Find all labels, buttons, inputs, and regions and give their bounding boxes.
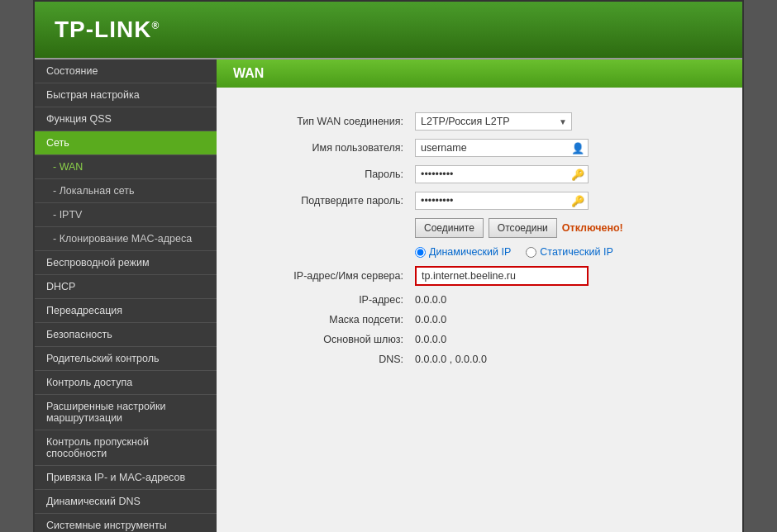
sidebar-item[interactable]: Безопасность [35, 323, 217, 347]
sidebar-item[interactable]: Привязка IP- и MAC-адресов [35, 466, 217, 490]
dns-value: 0.0.0.0 , 0.0.0.0 [415, 354, 487, 365]
dns-control: 0.0.0.0 , 0.0.0.0 [415, 354, 487, 365]
wan-type-select[interactable]: L2TP/Россия L2TP PPPoE Динамический IP С… [415, 112, 572, 131]
disconnect-button[interactable]: Отсоедини [489, 218, 557, 238]
dynamic-ip-radio-label[interactable]: Динамический IP [415, 246, 511, 258]
password-icon: 🔑 [571, 169, 584, 181]
username-row: Имя пользователя: 👤 [233, 139, 717, 157]
sidebar-item[interactable]: DHCP [35, 275, 217, 299]
confirm-password-row: Подтвердите пароль: 🔑 [233, 192, 717, 210]
main-layout: СостояниеБыстрая настройкаФункция QSSСет… [35, 58, 742, 532]
username-label: Имя пользователя: [233, 142, 415, 154]
dns-label: DNS: [233, 354, 415, 365]
password-label: Пароль: [233, 169, 415, 180]
username-input-wrapper: 👤 [415, 139, 589, 157]
sidebar-item[interactable]: - IPTV [35, 203, 217, 227]
wan-form: Тип WAN соединения: L2TP/Россия L2TP PPP… [217, 104, 742, 390]
server-label: IP-адрес/Имя сервера: [233, 270, 415, 282]
confirm-password-icon: 🔑 [571, 195, 584, 207]
confirm-password-input[interactable] [415, 192, 589, 210]
sidebar-item[interactable]: - WAN [35, 155, 217, 179]
password-input-wrapper: 🔑 [415, 165, 589, 183]
sidebar-item[interactable]: Переадресация [35, 299, 217, 323]
server-input[interactable] [415, 266, 589, 286]
sidebar: СостояниеБыстрая настройкаФункция QSSСет… [35, 59, 217, 532]
ip-addr-row: IP-адрес: 0.0.0.0 [233, 294, 717, 306]
gateway-value: 0.0.0.0 [415, 334, 446, 345]
ip-type-radio-group: Динамический IP Статический IP [415, 246, 613, 258]
confirm-password-label: Подтвердите пароль: [233, 195, 415, 207]
static-ip-radio[interactable] [526, 247, 536, 258]
dynamic-ip-radio[interactable] [415, 247, 426, 258]
password-control: 🔑 [415, 165, 589, 183]
sidebar-item[interactable]: Состояние [35, 59, 217, 83]
section-title: WAN [217, 59, 742, 88]
logo: TP-LINK® [55, 17, 722, 43]
wan-type-control: L2TP/Россия L2TP PPPoE Динамический IP С… [415, 112, 572, 131]
subnet-row: Маска подсети: 0.0.0.0 [233, 314, 717, 325]
gateway-label: Основной шлюз: [233, 334, 415, 345]
sidebar-item[interactable]: - Клонирование MAC-адреса [35, 227, 217, 251]
sidebar-item[interactable]: Расширенные настройки маршрутизации [35, 395, 217, 430]
action-buttons: Соедините Отсоедини Отключено! [415, 218, 623, 238]
server-row: IP-адрес/Имя сервера: [233, 266, 717, 286]
connect-button[interactable]: Соедините [415, 218, 484, 238]
sidebar-item[interactable]: Динамический DNS [35, 490, 217, 514]
ip-addr-label: IP-адрес: [233, 294, 415, 306]
sidebar-item[interactable]: Функция QSS [35, 107, 217, 131]
ip-type-row: Динамический IP Статический IP [233, 246, 717, 258]
gateway-row: Основной шлюз: 0.0.0.0 [233, 334, 717, 345]
logo-trademark: ® [151, 20, 160, 31]
connection-status: Отключено! [562, 222, 623, 234]
sidebar-item[interactable]: Родительский контроль [35, 347, 217, 371]
logo-text: TP-LINK [55, 17, 151, 42]
sidebar-item[interactable]: - Локальная сеть [35, 179, 217, 203]
dns-row: DNS: 0.0.0.0 , 0.0.0.0 [233, 354, 717, 365]
password-input[interactable] [415, 165, 589, 183]
subnet-control: 0.0.0.0 [415, 314, 446, 325]
sidebar-item[interactable]: Системные инструменты [35, 514, 217, 532]
password-row: Пароль: 🔑 [233, 165, 717, 183]
wan-type-label: Тип WAN соединения: [233, 116, 415, 127]
wan-type-select-wrapper: L2TP/Россия L2TP PPPoE Динамический IP С… [415, 112, 572, 131]
static-ip-label-text: Статический IP [540, 246, 613, 258]
sidebar-item[interactable]: Беспроводной режим [35, 251, 217, 275]
sidebar-item[interactable]: Контроль доступа [35, 371, 217, 395]
wan-type-row: Тип WAN соединения: L2TP/Россия L2TP PPP… [233, 112, 717, 131]
content-area: WAN Тип WAN соединения: L2TP/Россия L2TP… [217, 59, 742, 532]
subnet-label: Маска подсети: [233, 314, 415, 325]
router-window: TP-LINK® СостояниеБыстрая настройкаФункц… [33, 0, 744, 532]
sidebar-item[interactable]: Сеть [35, 131, 217, 155]
sidebar-item[interactable]: Контроль пропускной способности [35, 430, 217, 466]
gateway-control: 0.0.0.0 [415, 334, 446, 345]
server-control [415, 266, 589, 286]
username-input[interactable] [415, 139, 589, 157]
subnet-value: 0.0.0.0 [415, 314, 446, 325]
sidebar-item[interactable]: Быстрая настройка [35, 83, 217, 107]
confirm-password-input-wrapper: 🔑 [415, 192, 589, 210]
ip-addr-value: 0.0.0.0 [415, 294, 446, 306]
user-icon: 👤 [571, 142, 584, 154]
static-ip-radio-label[interactable]: Статический IP [526, 246, 613, 258]
dynamic-ip-label-text: Динамический IP [429, 246, 511, 258]
buttons-row: Соедините Отсоедини Отключено! [233, 218, 717, 238]
header: TP-LINK® [35, 2, 742, 58]
ip-addr-control: 0.0.0.0 [415, 294, 446, 306]
username-control: 👤 [415, 139, 589, 157]
confirm-password-control: 🔑 [415, 192, 589, 210]
